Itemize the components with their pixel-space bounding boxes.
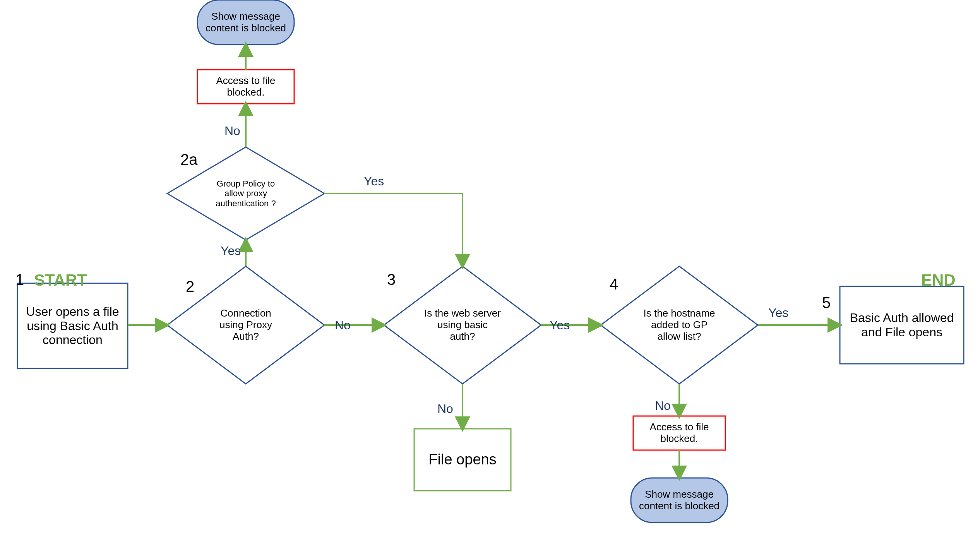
flowchart-canvas: START END 1 2 2a 3 4 5 User opens a file…: [0, 0, 980, 548]
yn-3-no: No: [437, 402, 453, 416]
num-2a: 2a: [180, 151, 198, 168]
node-2-text: Connection using Proxy Auth?: [207, 298, 284, 352]
num-2: 2: [186, 278, 194, 295]
file-opens-text: File opens: [414, 429, 511, 491]
node-5-text: Basic Auth allowed and File opens: [840, 286, 964, 364]
num-3: 3: [387, 271, 396, 288]
yn-4-yes: Yes: [768, 306, 788, 320]
msg-top-text: Show message content is blocked: [197, 0, 294, 45]
node-1-text: User opens a file using Basic Auth conne…: [17, 283, 128, 368]
yn-4-no: No: [655, 399, 671, 413]
num-5: 5: [822, 294, 831, 312]
blocked-top-text: Access to file blocked.: [197, 70, 294, 104]
yn-3-yes: Yes: [550, 318, 570, 332]
num-4: 4: [610, 276, 618, 293]
node-2a-text: Group Policy to allow proxy authenticati…: [209, 166, 283, 221]
yn-2a-no: No: [224, 124, 240, 138]
msg-bottom-text: Show message content is blocked: [631, 478, 728, 522]
yn-2-no: No: [335, 318, 351, 332]
conn-2a-3: [324, 194, 463, 266]
node-3-text: Is the web server using basic auth?: [424, 294, 501, 356]
yn-2-yes: Yes: [221, 244, 241, 258]
yn-2a-yes: Yes: [364, 174, 384, 188]
blocked-bottom-text: Access to file blocked.: [633, 416, 725, 450]
node-4-text: Is the hostname added to GP allow list?: [641, 298, 718, 352]
